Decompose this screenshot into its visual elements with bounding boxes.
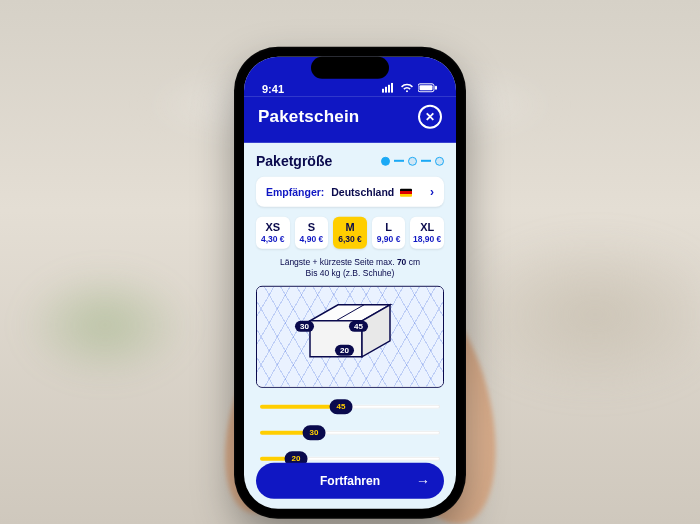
svg-rect-0 [382,89,384,93]
size-option-m[interactable]: M 6,30 € [333,217,367,249]
size-hint: Längste + kürzeste Seite max. 70 cm Bis … [256,257,444,280]
svg-rect-3 [391,83,393,93]
signal-icon [382,83,396,95]
page-title: Paketschein [258,107,359,127]
flag-germany-icon [400,189,412,197]
hand-illustration: 9:41 Paketschein [180,23,520,524]
recipient-value: Deutschland [331,186,394,198]
step-dot [408,156,417,165]
svg-marker-8 [310,321,362,357]
dynamic-island [311,57,389,79]
svg-rect-1 [385,87,387,93]
battery-icon [418,83,438,95]
continue-label: Fortfahren [320,474,380,488]
slider-thumb[interactable]: 20 [285,451,308,466]
status-bar: 9:41 [244,57,456,97]
svg-rect-5 [420,85,433,90]
svg-line-10 [336,305,364,321]
slider-thumb[interactable]: 30 [303,425,326,440]
slider-length[interactable]: 45 [260,400,440,414]
close-button[interactable]: ✕ [418,105,442,129]
dimension-sliders: 45 30 20 [256,398,444,472]
scene-background: 9:41 Paketschein [0,0,700,524]
phone-frame: 9:41 Paketschein [234,47,466,519]
content-area: Paketgröße Empfänger: Deutschland [244,143,456,509]
size-option-l[interactable]: L 9,90 € [372,217,406,249]
package-3d-icon [290,293,410,377]
dim-label-b: 45 [349,321,368,332]
size-option-s[interactable]: S 4,90 € [295,217,329,249]
app-screen: 9:41 Paketschein [244,57,456,509]
slider-height[interactable]: 20 [260,452,440,466]
status-time: 9:41 [262,83,284,95]
close-icon: ✕ [425,110,435,124]
svg-marker-9 [362,305,390,357]
recipient-selector[interactable]: Empfänger: Deutschland › [256,177,444,207]
dim-label-c: 20 [335,345,354,356]
step-indicator [381,156,444,165]
svg-rect-4 [418,84,434,92]
arrow-right-icon: → [416,473,430,489]
section-title: Paketgröße [256,153,332,169]
package-visualizer: 30 45 20 [256,286,444,388]
recipient-label: Empfänger: [266,186,324,198]
chevron-right-icon: › [430,185,434,199]
size-picker: XS 4,30 € S 4,90 € M 6,30 € L [256,217,444,249]
app-header: Paketschein ✕ [244,97,456,143]
svg-rect-6 [435,86,437,90]
step-dot [435,156,444,165]
slider-width[interactable]: 30 [260,426,440,440]
svg-marker-7 [310,305,390,321]
dim-label-a: 30 [295,321,314,332]
size-option-xl[interactable]: XL 18,90 € [410,217,444,249]
wifi-icon [400,83,414,95]
section-header: Paketgröße [256,153,444,169]
svg-rect-2 [388,85,390,93]
step-dot [381,156,390,165]
size-option-xs[interactable]: XS 4,30 € [256,217,290,249]
slider-thumb[interactable]: 45 [330,399,353,414]
continue-button[interactable]: Fortfahren → [256,463,444,499]
